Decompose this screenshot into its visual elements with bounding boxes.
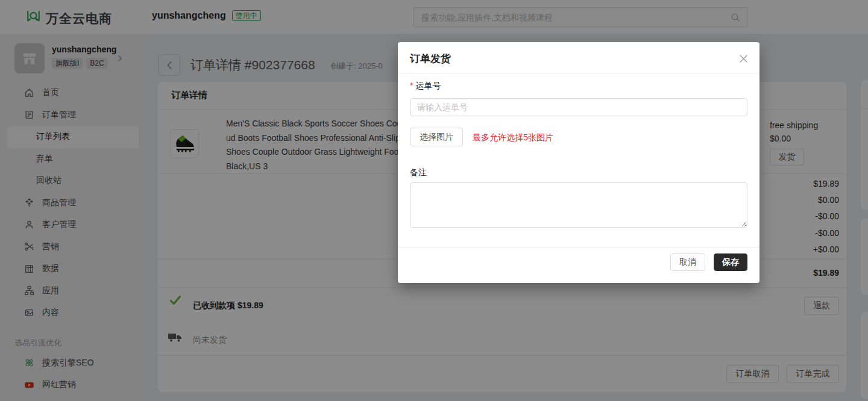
note-textarea[interactable] [410, 182, 747, 228]
modal-actions: 取消 保存 [670, 253, 747, 271]
note-label: 备注 [410, 167, 427, 178]
modal-header: 订单发货 [398, 42, 760, 73]
close-icon[interactable] [738, 53, 749, 64]
choose-image-button[interactable]: 选择图片 [410, 128, 463, 146]
save-button[interactable]: 保存 [714, 253, 747, 271]
tracking-number-input[interactable] [410, 98, 747, 116]
image-limit-hint: 最多允许选择5张图片 [473, 132, 553, 143]
modal-title: 订单发货 [410, 52, 451, 66]
divider [398, 247, 760, 247]
cancel-button[interactable]: 取消 [670, 253, 705, 271]
tracking-number-label: *运单号 [410, 81, 441, 92]
tracking-label-text: 运单号 [415, 81, 441, 90]
app-root: 万全云电商 yunshangcheng 使用中 yunshangcheng 旗舰… [0, 0, 868, 401]
ship-order-modal: 订单发货 *运单号 选择图片 最多允许选择5张图片 备注 取消 保存 [398, 42, 760, 283]
required-asterisk: * [410, 81, 413, 90]
